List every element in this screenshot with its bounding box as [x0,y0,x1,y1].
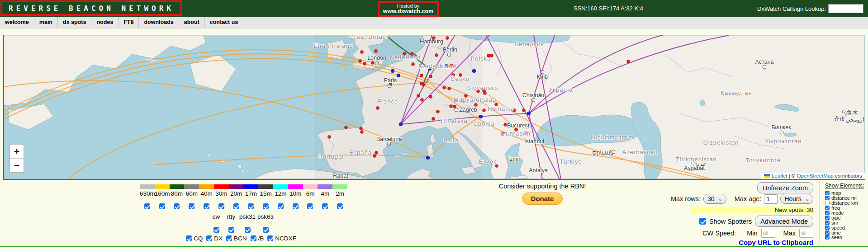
map[interactable]: Great BritainÉire / IrelandLondonNederla… [3,35,865,180]
show-element-checkbox-freq[interactable] [825,206,830,210]
band-swatch-4m [318,184,332,189]
band-swatch-160m [155,184,170,189]
show-element-checkbox-time[interactable] [825,230,830,235]
band-checkbox-80m[interactable] [174,203,180,209]
show-spotters-checkbox[interactable] [699,218,706,225]
max-rows-select[interactable]: 30⌄ [703,194,726,204]
band-swatch-17m [243,184,258,189]
solar-indices: SSN:160 SFI:174 A:32 K:4 [574,5,643,12]
band-label-2m: 2m [332,190,347,197]
band-checkbox-17m[interactable] [248,203,254,209]
band-checkbox-6m[interactable] [307,203,313,209]
zoom-in-button[interactable]: + [10,145,24,159]
leaflet-link[interactable]: Leaflet [772,173,787,179]
page: REVERSE BEACON NETWORK Hosted by www.dxw… [0,0,868,249]
nav-item-FT8[interactable]: FT8 [119,17,139,28]
band-checkbox-630m[interactable] [144,203,150,209]
show-element-checkbox-type[interactable] [825,216,830,220]
band-checkbox-60m[interactable] [189,203,194,209]
zoom-out-button[interactable]: − [10,159,24,172]
unfreeze-zoom-button[interactable]: Unfreeze Zoom [757,182,813,193]
show-element-checkbox-map[interactable] [825,191,830,195]
hosted-domain-link[interactable]: www.dxwatch.com [379,9,437,14]
band-checkbox-15m[interactable] [263,203,269,209]
type-checkbox-B[interactable] [251,235,256,241]
mode-checkbox-rtty[interactable] [228,227,234,233]
nav-item-about[interactable]: about [179,17,205,28]
nav-bar: welcomemaindx spotsnodesFT8downloadsabou… [0,17,868,28]
type-label-BCN: BCN [234,235,247,242]
band-checkbox-2m[interactable] [337,203,343,209]
band-checkbox-40m[interactable] [204,203,209,209]
type-label-DX: DX [214,235,223,242]
show-elements-list: mapdistance midistance kmfreqmodetypesnr… [825,191,864,240]
callsign-lookup-label: DxWatch Callsign Lookup: [757,5,826,12]
mode-label-rtty: rtty [224,213,238,220]
max-age-unit-select[interactable]: Hours⌄ [780,194,813,204]
show-element-checkbox-mode[interactable] [825,211,830,215]
band-swatch-60m [184,184,199,189]
cw-speed-min-input[interactable] [761,229,775,238]
mode-checkbox-psk31[interactable] [245,227,251,233]
band-checkbox-10m[interactable] [293,203,299,209]
max-age-input[interactable] [764,194,778,204]
nav-item-welcome[interactable]: welcome [0,17,34,28]
show-element-type: type [825,215,864,220]
nav-item-nodes[interactable]: nodes [91,17,119,28]
max-age-label: Max age: [735,195,762,202]
type-filter-NCDXF: NCDXF [267,235,296,242]
nav-item-contact-us[interactable]: contact us [205,17,244,28]
band-swatch-10m [288,184,303,189]
type-checkbox-CQ[interactable] [186,235,192,241]
attribution-suffix: contributors [834,173,862,179]
band-label-6m: 6m [303,190,318,197]
place-icon [447,53,451,57]
show-element-checkbox-distance-mi[interactable] [825,196,830,200]
vertical-divider [820,181,820,245]
type-filter-DX: DX [206,235,223,242]
show-element-checkbox-distance-km[interactable] [825,201,830,205]
show-element-seen: seen [825,235,864,240]
type-checkbox-BCN[interactable] [226,235,232,241]
nav-item-dx-spots[interactable]: dx spots [58,17,91,28]
band-checkbox-30m[interactable] [218,203,224,209]
mode-checkbox-cw[interactable] [213,227,219,233]
band-swatch-80m [170,184,185,189]
donate-button[interactable]: Donate [522,193,563,205]
attribution-separator: | © [787,173,797,179]
show-element-map: map [825,191,864,196]
type-checkbox-NCDXF[interactable] [267,235,273,241]
band-checkbox-160m[interactable] [159,203,165,209]
band-checkbox-4m[interactable] [322,203,328,209]
band-label-20m: 20m [229,190,244,197]
cw-speed-max-input[interactable] [799,229,813,238]
show-element-checkbox-speed[interactable] [825,226,830,230]
band-checkbox-20m[interactable] [233,203,239,209]
nav-item-downloads[interactable]: downloads [139,17,179,28]
new-spots-banner: New spots: 30 [691,207,814,213]
band-swatch-630m [140,184,155,189]
copy-url-link[interactable]: Copy URL to Clipboard [739,239,813,246]
place-icon [531,98,536,102]
band-swatch-15m [258,184,273,189]
mode-label-psk31: psk31 [238,213,256,220]
callsign-lookup-input[interactable] [828,4,863,13]
show-element-checkbox-snr[interactable] [825,221,830,225]
mode-labels: cwrttypsk31psk63 [209,213,275,221]
band-checkbox-12m[interactable] [278,203,284,209]
band-label-80m: 80m [170,190,185,197]
mode-checkboxes [209,226,275,234]
openstreetmap-link[interactable]: OpenStreetMap [797,173,834,179]
mode-checkbox-psk63[interactable] [263,227,269,233]
type-checkbox-DX[interactable] [206,235,212,241]
place-icon [612,150,616,154]
advanced-mode-button[interactable]: Advanced Mode [755,216,813,227]
nav-item-main[interactable]: main [34,17,58,28]
show-element-checkbox-seen[interactable] [825,235,830,240]
show-elements-panel: Show Elements: mapdistance midistance km… [825,183,864,240]
site-logo: REVERSE BEACON NETWORK [9,4,174,13]
band-label-10m: 10m [288,190,303,197]
band-label-60m: 60m [184,190,199,197]
place-icon [388,84,392,88]
show-element-distance-mi: distance mi [825,196,864,201]
